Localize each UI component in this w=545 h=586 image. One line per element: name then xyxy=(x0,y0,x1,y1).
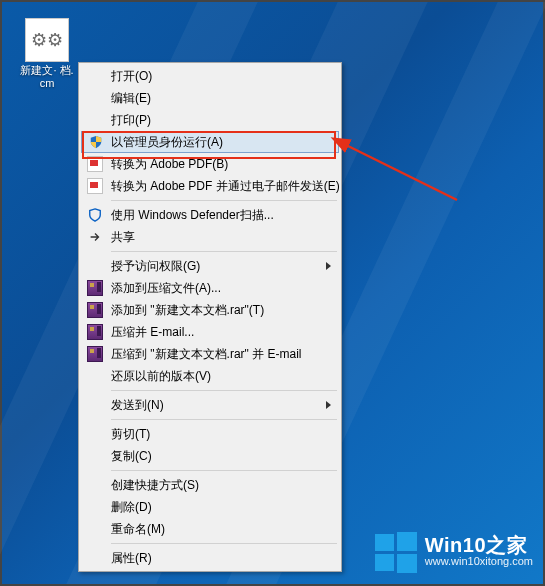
menu-label: 打开(O) xyxy=(111,68,152,85)
menu-restore-previous[interactable]: 还原以前的版本(V) xyxy=(81,365,339,387)
chevron-right-icon xyxy=(326,401,331,409)
menu-grant-access[interactable]: 授予访问权限(G) xyxy=(81,255,339,277)
menu-convert-adobe-pdf[interactable]: 转换为 Adobe PDF(B) xyxy=(81,153,339,175)
menu-cut[interactable]: 剪切(T) xyxy=(81,423,339,445)
menu-copy[interactable]: 复制(C) xyxy=(81,445,339,467)
separator xyxy=(111,390,337,391)
menu-label: 重命名(M) xyxy=(111,521,165,538)
rar-icon xyxy=(87,280,103,296)
menu-open[interactable]: 打开(O) xyxy=(81,65,339,87)
menu-create-shortcut[interactable]: 创建快捷方式(S) xyxy=(81,474,339,496)
svg-rect-3 xyxy=(375,554,394,571)
menu-label: 压缩并 E-mail... xyxy=(111,324,194,341)
svg-line-0 xyxy=(344,144,457,200)
separator xyxy=(111,543,337,544)
menu-label: 还原以前的版本(V) xyxy=(111,368,211,385)
menu-label: 添加到 "新建文本文档.rar"(T) xyxy=(111,302,264,319)
menu-add-to-archive[interactable]: 添加到压缩文件(A)... xyxy=(81,277,339,299)
menu-label: 压缩到 "新建文本文档.rar" 并 E-mail xyxy=(111,346,302,363)
rar-icon xyxy=(87,346,103,362)
menu-label: 添加到压缩文件(A)... xyxy=(111,280,221,297)
watermark-title: Win10之家 xyxy=(425,537,533,553)
menu-label: 使用 Windows Defender扫描... xyxy=(111,207,274,224)
menu-properties[interactable]: 属性(R) xyxy=(81,547,339,569)
desktop-file-icon[interactable]: ⚙⚙ 新建文· 档.cm xyxy=(20,18,74,90)
menu-convert-adobe-pdf-email[interactable]: 转换为 Adobe PDF 并通过电子邮件发送(E) xyxy=(81,175,339,197)
pdf-icon xyxy=(87,156,103,172)
menu-add-to-named-rar[interactable]: 添加到 "新建文本文档.rar"(T) xyxy=(81,299,339,321)
menu-label: 属性(R) xyxy=(111,550,152,567)
watermark: Win10之家 www.win10xitong.com xyxy=(373,530,533,576)
separator xyxy=(111,419,337,420)
menu-label: 授予访问权限(G) xyxy=(111,258,200,275)
pdf-icon xyxy=(87,178,103,194)
menu-label: 转换为 Adobe PDF(B) xyxy=(111,156,228,173)
menu-defender-scan[interactable]: 使用 Windows Defender扫描... xyxy=(81,204,339,226)
share-icon xyxy=(87,229,103,245)
menu-print[interactable]: 打印(P) xyxy=(81,109,339,131)
annotation-arrow xyxy=(332,132,472,215)
gear-icon: ⚙⚙ xyxy=(31,29,63,51)
menu-share[interactable]: 共享 xyxy=(81,226,339,248)
separator xyxy=(111,251,337,252)
svg-rect-1 xyxy=(375,534,394,551)
rar-icon xyxy=(87,302,103,318)
svg-rect-2 xyxy=(397,532,417,551)
menu-label: 以管理员身份运行(A) xyxy=(111,134,223,151)
context-menu: 打开(O) 编辑(E) 打印(P) 以管理员身份运行(A) 转换为 Adobe … xyxy=(78,62,342,572)
menu-label: 打印(P) xyxy=(111,112,151,129)
menu-edit[interactable]: 编辑(E) xyxy=(81,87,339,109)
menu-compress-named-email[interactable]: 压缩到 "新建文本文档.rar" 并 E-mail xyxy=(81,343,339,365)
menu-delete[interactable]: 删除(D) xyxy=(81,496,339,518)
file-thumbnail: ⚙⚙ xyxy=(25,18,69,62)
defender-icon xyxy=(87,207,103,223)
separator xyxy=(111,200,337,201)
menu-rename[interactable]: 重命名(M) xyxy=(81,518,339,540)
menu-label: 发送到(N) xyxy=(111,397,164,414)
watermark-url: www.win10xitong.com xyxy=(425,553,533,569)
file-label: 新建文· 档.cm xyxy=(20,64,74,90)
menu-label: 复制(C) xyxy=(111,448,152,465)
menu-label: 转换为 Adobe PDF 并通过电子邮件发送(E) xyxy=(111,178,340,195)
menu-label: 删除(D) xyxy=(111,499,152,516)
menu-label: 剪切(T) xyxy=(111,426,150,443)
menu-compress-email[interactable]: 压缩并 E-mail... xyxy=(81,321,339,343)
menu-label: 共享 xyxy=(111,229,135,246)
menu-label: 编辑(E) xyxy=(111,90,151,107)
chevron-right-icon xyxy=(326,262,331,270)
shield-icon xyxy=(88,134,104,150)
menu-send-to[interactable]: 发送到(N) xyxy=(81,394,339,416)
separator xyxy=(111,470,337,471)
windows-logo-icon xyxy=(373,530,419,576)
menu-run-as-admin[interactable]: 以管理员身份运行(A) xyxy=(81,131,339,153)
rar-icon xyxy=(87,324,103,340)
desktop-background: ⚙⚙ 新建文· 档.cm 打开(O) 编辑(E) 打印(P) 以管理员身份运行(… xyxy=(2,2,543,584)
menu-label: 创建快捷方式(S) xyxy=(111,477,199,494)
svg-rect-4 xyxy=(397,554,417,573)
